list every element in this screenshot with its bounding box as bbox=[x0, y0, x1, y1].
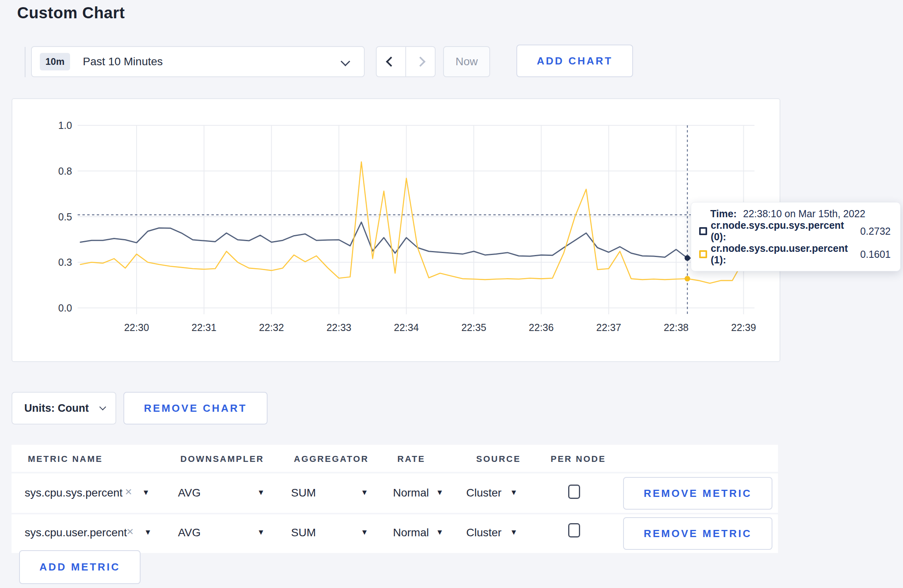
time-next-button[interactable] bbox=[405, 46, 436, 77]
source-caret-down-icon[interactable]: ▼ bbox=[510, 528, 518, 537]
metric-row: sys.cpu.user.percent × ▼ AVG ▼ SUM ▼ Nor… bbox=[12, 514, 778, 553]
tooltip-series-value: 0.1601 bbox=[860, 249, 891, 260]
x-axis-tick-label: 22:33 bbox=[326, 322, 352, 333]
x-axis-tick-label: 22:38 bbox=[664, 322, 689, 333]
chevron-right-icon bbox=[415, 56, 425, 66]
source-caret-down-icon[interactable]: ▼ bbox=[510, 488, 518, 497]
add-metric-button[interactable]: ADD METRIC bbox=[19, 550, 141, 584]
metric-name-value: sys.cpu.user.percent bbox=[25, 526, 127, 539]
units-dropdown-label: Units: Count bbox=[24, 402, 89, 415]
user-percent-swatch-icon bbox=[699, 250, 707, 258]
time-range-dropdown[interactable]: 10m Past 10 Minutes bbox=[31, 46, 365, 77]
tooltip-series-row: cr.node.sys.cpu.sys.percent (0): 0.2732 bbox=[699, 220, 891, 243]
tooltip-series-row: cr.node.sys.cpu.user.percent (1): 0.1601 bbox=[699, 243, 891, 266]
tooltip-series-value: 0.2732 bbox=[860, 226, 891, 237]
cpu-usage-chart[interactable]: 0.00.30.50.81.022:3022:3122:3222:3322:34… bbox=[12, 99, 780, 361]
close-icon[interactable]: × bbox=[125, 485, 132, 498]
x-axis-tick-label: 22:39 bbox=[731, 322, 756, 333]
remove-metric-button[interactable]: REMOVE METRIC bbox=[623, 477, 772, 510]
downsampler-caret-down-icon[interactable]: ▼ bbox=[257, 528, 265, 537]
aggregator-caret-down-icon[interactable]: ▼ bbox=[361, 528, 368, 537]
per-node-checkbox[interactable] bbox=[568, 523, 580, 537]
tooltip-time-label: Time: bbox=[710, 208, 737, 220]
downsampler-caret-down-icon[interactable]: ▼ bbox=[257, 488, 265, 497]
chart-card: 0.00.30.50.81.022:3022:3122:3222:3322:34… bbox=[12, 98, 780, 362]
metric-caret-down-icon[interactable]: ▼ bbox=[142, 488, 150, 497]
tooltip-series-label: cr.node.sys.cpu.sys.percent (0): bbox=[711, 220, 854, 243]
aggregator-select[interactable]: SUM bbox=[291, 526, 316, 539]
add-chart-button[interactable]: ADD CHART bbox=[516, 45, 633, 77]
hover-point-sys bbox=[684, 255, 690, 261]
now-button-label: Now bbox=[455, 55, 478, 68]
now-button[interactable]: Now bbox=[443, 46, 490, 77]
y-axis-tick-label: 0.8 bbox=[58, 165, 72, 177]
remove-metric-button[interactable]: REMOVE METRIC bbox=[623, 517, 772, 550]
source-select[interactable]: Cluster bbox=[466, 487, 502, 499]
x-axis-tick-label: 22:31 bbox=[192, 322, 217, 333]
sys-percent-swatch-icon bbox=[699, 227, 707, 235]
rate-select[interactable]: Normal bbox=[393, 526, 429, 539]
time-prev-button[interactable] bbox=[376, 46, 406, 77]
tooltip-time-row: Time: 22:38:10 on Mar 15th, 2022 bbox=[710, 208, 891, 220]
chevron-down-icon bbox=[340, 56, 350, 66]
y-axis-tick-label: 0.3 bbox=[58, 257, 72, 268]
chevron-left-icon bbox=[386, 56, 396, 66]
time-controls-divider bbox=[25, 47, 25, 77]
aggregator-select[interactable]: SUM bbox=[291, 487, 316, 499]
aggregator-caret-down-icon[interactable]: ▼ bbox=[361, 488, 368, 497]
x-axis-tick-label: 22:36 bbox=[529, 322, 554, 333]
tooltip-time-value: 22:38:10 on Mar 15th, 2022 bbox=[743, 208, 865, 220]
metric-row: sys.cpu.sys.percent × ▼ AVG ▼ SUM ▼ Norm… bbox=[12, 473, 778, 513]
x-axis-tick-label: 22:30 bbox=[124, 322, 149, 333]
close-icon[interactable]: × bbox=[127, 525, 134, 538]
x-axis-tick-label: 22:34 bbox=[394, 322, 419, 333]
col-header-aggregator: AGGREGATOR bbox=[294, 454, 369, 464]
source-select[interactable]: Cluster bbox=[466, 526, 502, 539]
hover-point-user bbox=[684, 276, 690, 282]
page-title: Custom Chart bbox=[17, 4, 125, 22]
col-header-rate: RATE bbox=[397, 454, 425, 464]
series-line-user bbox=[80, 162, 755, 283]
units-dropdown[interactable]: Units: Count bbox=[12, 392, 116, 424]
y-axis-tick-label: 1.0 bbox=[58, 120, 72, 131]
downsampler-select[interactable]: AVG bbox=[178, 526, 201, 539]
col-header-source: SOURCE bbox=[476, 454, 521, 464]
rate-caret-down-icon[interactable]: ▼ bbox=[436, 488, 444, 497]
tooltip-series-label: cr.node.sys.cpu.user.percent (1): bbox=[711, 243, 854, 266]
x-axis-tick-label: 22:35 bbox=[461, 322, 487, 333]
rate-select[interactable]: Normal bbox=[393, 487, 429, 499]
series-line-sys bbox=[80, 222, 755, 258]
metric-name-value: sys.cpu.sys.percent bbox=[25, 487, 123, 499]
metrics-table-header: METRIC NAME DOWNSAMPLER AGGREGATOR RATE … bbox=[12, 445, 778, 472]
x-axis-tick-label: 22:32 bbox=[259, 322, 284, 333]
rate-caret-down-icon[interactable]: ▼ bbox=[436, 528, 444, 537]
downsampler-select[interactable]: AVG bbox=[178, 487, 201, 499]
y-axis-tick-label: 0.5 bbox=[58, 211, 72, 222]
time-range-badge: 10m bbox=[40, 53, 70, 70]
y-axis-tick-label: 0.0 bbox=[58, 302, 72, 313]
chart-tooltip: Time: 22:38:10 on Mar 15th, 2022 cr.node… bbox=[691, 202, 901, 271]
time-range-label: Past 10 Minutes bbox=[83, 55, 163, 68]
col-header-metric-name: METRIC NAME bbox=[28, 454, 103, 464]
metric-caret-down-icon[interactable]: ▼ bbox=[144, 528, 152, 537]
x-axis-tick-label: 22:37 bbox=[596, 322, 622, 333]
remove-chart-button[interactable]: REMOVE CHART bbox=[123, 392, 268, 424]
chevron-down-icon bbox=[100, 404, 106, 411]
col-header-downsampler: DOWNSAMPLER bbox=[180, 454, 264, 464]
per-node-checkbox[interactable] bbox=[568, 485, 580, 499]
col-header-per-node: PER NODE bbox=[551, 454, 606, 464]
